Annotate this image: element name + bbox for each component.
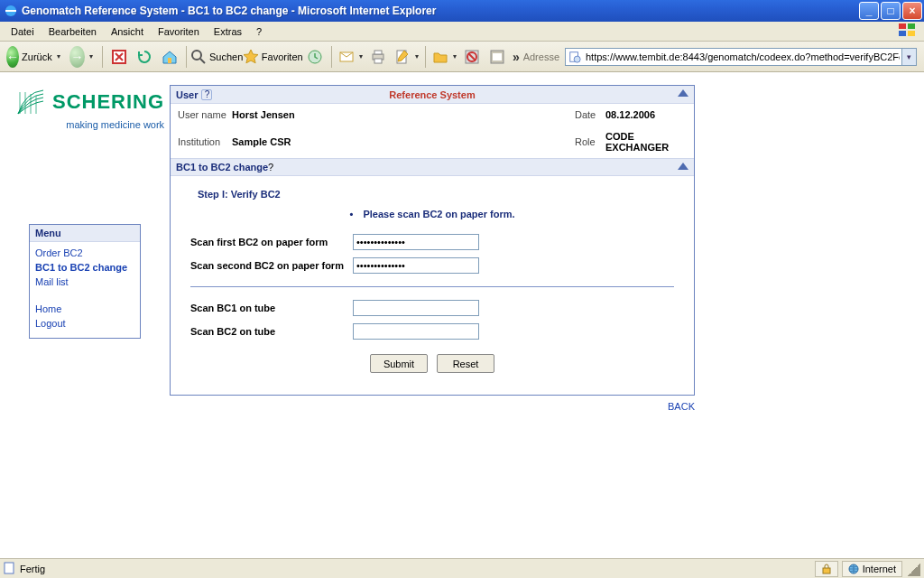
toolbar-overflow-button[interactable]: » bbox=[511, 50, 521, 64]
back-button[interactable]: ← Zurück ▾ bbox=[4, 45, 63, 69]
forward-arrow-icon: → bbox=[69, 46, 85, 68]
star-icon bbox=[243, 49, 259, 65]
reference-system-panel: User ? Reference System User name Horst … bbox=[170, 85, 695, 396]
back-link[interactable]: BACK bbox=[170, 401, 695, 412]
help-icon[interactable]: ? bbox=[201, 89, 212, 100]
user-row: User name Horst Jensen Date 08.12.2006 bbox=[171, 104, 694, 126]
menu-ansicht[interactable]: Ansicht bbox=[104, 24, 151, 39]
edit-icon bbox=[394, 49, 411, 65]
chevron-down-icon: ▾ bbox=[415, 52, 419, 61]
windows-flag-icon bbox=[893, 23, 922, 39]
fullscreen-button[interactable] bbox=[485, 45, 509, 69]
scan-first-bc2-input[interactable] bbox=[353, 234, 479, 250]
scan-bc1-tube-input[interactable] bbox=[353, 300, 479, 316]
history-icon bbox=[307, 49, 323, 65]
role-value: CODE EXCHANGER bbox=[605, 131, 687, 153]
svg-rect-21 bbox=[823, 568, 830, 573]
sidebar-item-home[interactable]: Home bbox=[35, 302, 134, 316]
sidebar-header: Menu bbox=[30, 225, 140, 242]
svg-rect-2 bbox=[908, 23, 915, 29]
user-name-label: User name bbox=[178, 109, 232, 120]
schering-logo: SCHERING making medicine work bbox=[16, 87, 164, 130]
status-lock-cell bbox=[815, 561, 838, 577]
print-button[interactable] bbox=[366, 45, 390, 69]
back-arrow-icon: ← bbox=[6, 46, 19, 68]
svg-point-7 bbox=[192, 51, 201, 60]
institution-label: Institution bbox=[178, 136, 232, 147]
sidebar-item-mail-list[interactable]: Mail list bbox=[35, 275, 134, 289]
stop-button[interactable] bbox=[107, 45, 131, 69]
sidebar-item-bc1-to-bc2[interactable]: BC1 to BC2 change bbox=[35, 260, 134, 275]
svg-rect-1 bbox=[899, 23, 906, 29]
verify-bc2-form: Step I: Verify BC2 • Please scan BC2 on … bbox=[171, 176, 694, 395]
address-label: Adresse bbox=[523, 51, 559, 62]
refresh-button[interactable] bbox=[133, 45, 156, 69]
mail-icon bbox=[338, 49, 355, 65]
page-icon bbox=[566, 51, 584, 63]
svg-rect-6 bbox=[168, 58, 171, 63]
stop-icon bbox=[111, 49, 127, 65]
history-button[interactable] bbox=[303, 45, 327, 69]
chevron-down-icon: ▾ bbox=[359, 52, 363, 61]
folder-icon bbox=[432, 49, 448, 65]
menu-datei[interactable]: Datei bbox=[4, 24, 42, 39]
window-maximize-button[interactable]: □ bbox=[881, 2, 901, 20]
panel-header-section[interactable]: BC1 to BC2 change ? bbox=[171, 158, 694, 176]
scan-bc2-tube-input[interactable] bbox=[353, 323, 479, 340]
scan-second-bc2-input[interactable] bbox=[353, 257, 479, 274]
edit-button[interactable]: ▾ bbox=[392, 45, 420, 69]
collapse-icon[interactable] bbox=[678, 89, 688, 97]
menu-extras[interactable]: Extras bbox=[207, 24, 249, 39]
window-minimize-button[interactable]: _ bbox=[859, 2, 879, 20]
svg-rect-11 bbox=[374, 51, 382, 54]
sidebar-item-order-bc2[interactable]: Order BC2 bbox=[35, 246, 134, 260]
window-title: Genomatch Reference System - BC1 to BC2 … bbox=[22, 5, 859, 17]
menu-bearbeiten[interactable]: Bearbeiten bbox=[42, 24, 104, 39]
favorites-button[interactable]: Favoriten bbox=[244, 45, 301, 69]
block-button[interactable] bbox=[460, 45, 484, 69]
page-viewport[interactable]: SCHERING making medicine work Menu Order… bbox=[0, 72, 924, 558]
svg-point-19 bbox=[574, 56, 580, 62]
address-dropdown-button[interactable]: ▾ bbox=[901, 49, 916, 65]
form-instruction: • Please scan BC2 on paper form. bbox=[190, 209, 674, 219]
bullet-icon: • bbox=[349, 209, 353, 219]
chevron-down-icon: ▾ bbox=[57, 52, 60, 61]
instruction-text: Please scan BC2 on paper form. bbox=[363, 209, 514, 219]
logo-tagline: making medicine work bbox=[16, 119, 164, 130]
search-button[interactable]: Suchen bbox=[191, 45, 243, 69]
printer-icon bbox=[370, 49, 386, 65]
user-name-value: Horst Jensen bbox=[232, 109, 295, 120]
mail-button[interactable]: ▾ bbox=[337, 45, 365, 69]
address-bar[interactable]: ▾ bbox=[565, 48, 917, 66]
scan-bc1-tube-label: Scan BC1 on tube bbox=[190, 303, 353, 313]
step-title: Step I: Verify BC2 bbox=[198, 189, 674, 200]
fullscreen-icon bbox=[489, 49, 505, 65]
browser-statusbar: Fertig Internet bbox=[0, 558, 924, 578]
folder-button[interactable]: ▾ bbox=[430, 45, 459, 69]
submit-button[interactable]: Submit bbox=[370, 354, 428, 373]
window-close-button[interactable]: × bbox=[902, 2, 922, 20]
help-icon[interactable]: ? bbox=[268, 162, 273, 172]
chevron-down-icon: ▾ bbox=[453, 52, 457, 61]
home-button[interactable] bbox=[158, 45, 181, 69]
chevron-down-icon: ▾ bbox=[89, 52, 93, 61]
institution-row: Institution Sample CSR Role CODE EXCHANG… bbox=[171, 126, 694, 158]
reset-button[interactable]: Reset bbox=[437, 354, 494, 373]
sidebar-item-logout[interactable]: Logout bbox=[35, 316, 134, 331]
role-label: Role bbox=[575, 136, 605, 147]
svg-rect-20 bbox=[5, 563, 14, 573]
svg-rect-17 bbox=[493, 53, 502, 61]
menu-help[interactable]: ? bbox=[249, 24, 269, 39]
address-input[interactable] bbox=[584, 49, 901, 65]
status-zone-text: Internet bbox=[863, 564, 896, 574]
panel-header-user-label: User bbox=[171, 89, 198, 100]
globe-icon bbox=[848, 564, 859, 574]
date-value: 08.12.2006 bbox=[605, 109, 687, 120]
block-icon bbox=[464, 49, 480, 65]
menu-favoriten[interactable]: Favoriten bbox=[151, 24, 207, 39]
forward-button[interactable]: → ▾ bbox=[65, 45, 97, 69]
lock-icon bbox=[821, 564, 832, 574]
resize-grip[interactable] bbox=[906, 562, 920, 576]
collapse-icon[interactable] bbox=[678, 163, 688, 170]
panel-header-user[interactable]: User ? Reference System bbox=[171, 86, 694, 104]
